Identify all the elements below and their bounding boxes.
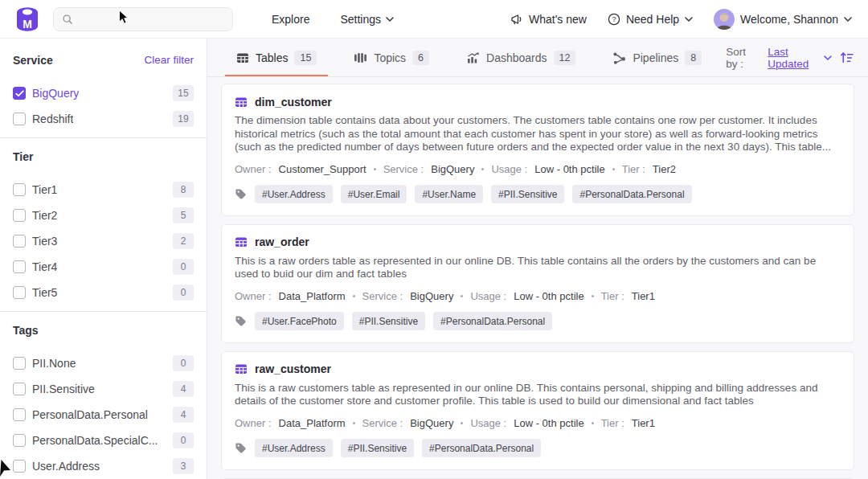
filter-option-tier2[interactable]: Tier2 5 [13, 208, 194, 223]
table-name-link[interactable]: raw_customer [255, 362, 331, 375]
table-card-dim-customer[interactable]: dim_customer The dimension table contain… [221, 84, 854, 216]
owner-value: Data_Platform [279, 290, 346, 302]
filter-option-tier1[interactable]: Tier1 8 [13, 182, 194, 197]
checkbox-unchecked[interactable] [13, 235, 26, 248]
checkbox-unchecked[interactable] [13, 113, 26, 125]
whats-new-button[interactable]: What's new [510, 13, 587, 26]
tag-pill[interactable]: #PersonalData.Personal [572, 185, 691, 203]
tag-pill[interactable]: #User.Address [255, 185, 333, 203]
filter-option-pii-none[interactable]: PII.None 0 [13, 356, 194, 371]
filter-option-tier5[interactable]: Tier5 0 [13, 285, 194, 300]
table-tags: #User.Address #PII.Sensitive #PersonalDa… [235, 439, 841, 458]
avatar [714, 9, 735, 30]
tag-pill[interactable]: #PII.Sensitive [352, 312, 425, 330]
usage-label: Usage : [491, 163, 527, 175]
filter-option-bigquery[interactable]: BigQuery 15 [13, 86, 194, 100]
table-tags: #User.Address #User.Email #User.Name #PI… [235, 185, 841, 204]
table-meta: Owner : Data_Platform Service : BigQuery… [235, 417, 841, 429]
tag-pill[interactable]: #PII.Sensitive [491, 185, 564, 203]
checkbox-unchecked[interactable] [13, 260, 26, 273]
tab-label: Pipelines [633, 51, 678, 64]
need-help-label: Need Help [626, 13, 679, 26]
nav-settings[interactable]: Settings [340, 13, 394, 26]
nav-explore[interactable]: Explore [272, 13, 309, 26]
checkbox-unchecked[interactable] [13, 183, 26, 196]
openmetadata-logo-icon[interactable]: M [13, 4, 42, 35]
tier-label: Tier : [601, 417, 624, 429]
tag-pill[interactable]: #User.Address [255, 439, 333, 457]
table-description: The dimension table contains data about … [235, 114, 841, 154]
sort-by-label: Sort by : [726, 46, 760, 70]
checkbox-unchecked[interactable] [13, 286, 26, 299]
filter-option-tier4[interactable]: Tier4 0 [13, 260, 194, 274]
table-card-raw-customer[interactable]: raw_customer This is a raw customers tab… [221, 351, 854, 470]
svg-text:M: M [23, 18, 32, 31]
tag-pill[interactable]: #PersonalData.Personal [433, 312, 552, 330]
service-label: Service : [383, 163, 424, 175]
service-label: Service : [362, 290, 403, 302]
clear-filter-link[interactable]: Clear filter [144, 54, 194, 66]
filter-option-label: PII.None [32, 357, 76, 370]
filter-option-user-address[interactable]: User.Address 3 [13, 459, 194, 473]
usage-label: Usage : [470, 417, 506, 429]
owner-value: Data_Platform [279, 417, 346, 429]
usage-value: Low - 0th pctile [534, 163, 604, 175]
sort-order-icon[interactable] [840, 51, 854, 64]
filter-option-tier3[interactable]: Tier3 2 [13, 234, 194, 248]
dot-separator [461, 422, 463, 424]
filter-option-label: Redshift [32, 113, 73, 125]
global-search-box[interactable] [53, 7, 233, 31]
sort-value-dropdown[interactable]: Last Updated [768, 46, 832, 70]
filter-option-redshift[interactable]: Redshift 19 [13, 112, 194, 126]
search-icon [62, 14, 73, 25]
tag-pill[interactable]: #User.Name [415, 185, 483, 203]
filter-section-tier: Tier Tier1 8 Tier2 5 Tier3 2 [13, 138, 194, 300]
filter-option-personaldata-personal[interactable]: PersonalData.Personal 4 [13, 407, 194, 422]
filter-option-label: Tier2 [32, 209, 57, 222]
pipelines-icon [612, 51, 626, 64]
tab-tables[interactable]: Tables 15 [223, 39, 330, 76]
checkbox-unchecked[interactable] [13, 209, 26, 222]
checkbox-checked[interactable] [13, 87, 26, 100]
tab-topics[interactable]: Topics 6 [341, 39, 442, 76]
table-name-link[interactable]: dim_customer [255, 96, 332, 108]
tab-count-badge: 8 [685, 51, 702, 65]
dot-separator [612, 168, 615, 170]
checkbox-unchecked[interactable] [13, 408, 26, 421]
tab-label: Topics [374, 51, 406, 64]
tag-pill[interactable]: #User.Email [341, 185, 407, 203]
mouse-cursor [118, 10, 129, 27]
service-label: Service : [362, 417, 403, 429]
nav-links: Explore Settings [272, 13, 394, 26]
nav-settings-label: Settings [340, 13, 381, 26]
owner-value: Customer_Support [279, 163, 366, 175]
tag-pill[interactable]: #User.FacePhoto [255, 312, 344, 330]
filter-count-badge: 19 [173, 111, 194, 127]
tag-pill[interactable]: #PII.Sensitive [341, 439, 414, 457]
checkbox-unchecked[interactable] [13, 460, 26, 473]
filter-count-badge: 0 [173, 285, 194, 301]
filter-count-badge: 4 [173, 381, 194, 397]
tag-icon [235, 442, 247, 454]
checkbox-unchecked[interactable] [13, 357, 26, 370]
tab-pipelines[interactable]: Pipelines 8 [600, 39, 714, 76]
tab-dashboards[interactable]: Dashboards 12 [453, 39, 588, 76]
need-help-menu[interactable]: ? Need Help [608, 13, 693, 26]
filter-option-personaldata-special[interactable]: PersonalData.SpecialC... 0 [13, 433, 194, 448]
filter-option-pii-sensitive[interactable]: PII.Sensitive 4 [13, 382, 194, 396]
search-input[interactable] [80, 13, 224, 25]
search-results: dim_customer The dimension table contain… [207, 77, 868, 479]
tag-pill[interactable]: #PersonalData.Personal [422, 439, 541, 457]
tier-value: Tier1 [632, 417, 655, 429]
chevron-down-icon [386, 17, 394, 22]
table-name-link[interactable]: raw_order [255, 235, 309, 248]
usage-value: Low - 0th pctile [514, 290, 583, 302]
checkbox-unchecked[interactable] [13, 383, 26, 395]
table-description: This is a raw orders table as represente… [235, 255, 841, 281]
welcome-label: Welcome, Shannon [740, 13, 838, 26]
table-card-raw-order[interactable]: raw_order This is a raw orders table as … [221, 224, 854, 343]
table-icon [235, 235, 248, 248]
user-menu[interactable]: Welcome, Shannon [714, 9, 852, 30]
filter-option-label: BigQuery [32, 87, 79, 100]
checkbox-unchecked[interactable] [13, 434, 26, 447]
